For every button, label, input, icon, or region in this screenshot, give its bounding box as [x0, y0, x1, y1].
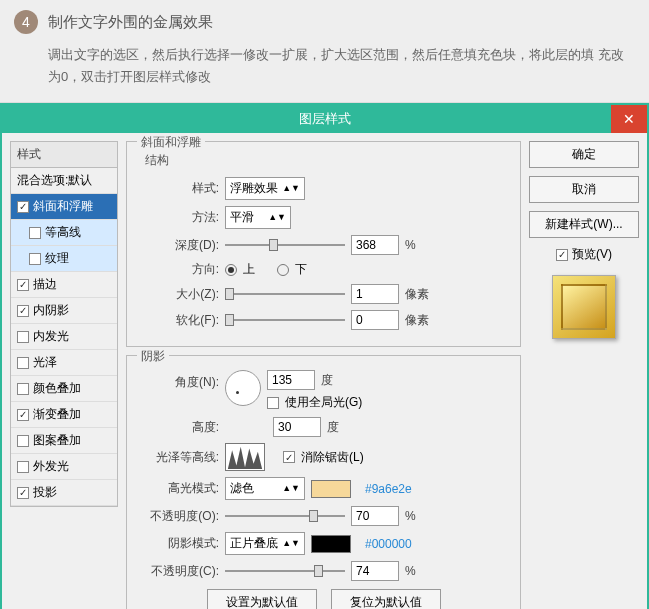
shade-group: 阴影 角度(N): 135 度 使用全局光(G) [126, 355, 521, 609]
shadow-mode-select[interactable]: 正片叠底▲▼ [225, 532, 305, 555]
sidebar-item-gradient-overlay[interactable]: 渐变叠加 [11, 402, 117, 428]
preview-toggle[interactable]: 预览(V) [556, 246, 612, 263]
checkbox-icon[interactable] [17, 331, 29, 343]
sidebar-item-label: 投影 [33, 484, 57, 501]
ok-button[interactable]: 确定 [529, 141, 639, 168]
altitude-input[interactable]: 30 [273, 417, 321, 437]
checkbox-icon[interactable] [17, 383, 29, 395]
depth-slider[interactable] [225, 238, 345, 252]
sidebar-item-label: 图案叠加 [33, 432, 81, 449]
checkbox-icon[interactable] [17, 201, 29, 213]
select-value: 浮雕效果 [230, 180, 278, 197]
contour-icon [227, 445, 263, 469]
highlight-color-swatch[interactable] [311, 480, 351, 498]
unit-percent: % [405, 509, 416, 523]
sidebar-item-label: 颜色叠加 [33, 380, 81, 397]
sidebar-item-inner-shadow[interactable]: 内阴影 [11, 298, 117, 324]
gloss-contour-picker[interactable] [225, 443, 265, 471]
angle-dial[interactable] [225, 370, 261, 406]
sidebar-item-contour[interactable]: 等高线 [11, 220, 117, 246]
checkbox-icon[interactable] [17, 305, 29, 317]
sidebar-header: 样式 [10, 141, 118, 168]
step-badge: 4 [14, 10, 38, 34]
depth-input[interactable]: 368 [351, 235, 399, 255]
soften-input[interactable]: 0 [351, 310, 399, 330]
checkbox-icon[interactable] [29, 227, 41, 239]
step-description: 调出文字的选区，然后执行选择一修改一扩展，扩大选区范围，然后任意填充色块，将此层… [48, 44, 635, 88]
highlight-opacity-input[interactable]: 70 [351, 506, 399, 526]
close-button[interactable]: ✕ [611, 105, 647, 133]
checkbox-icon[interactable] [17, 461, 29, 473]
select-value: 平滑 [230, 209, 254, 226]
size-input[interactable]: 1 [351, 284, 399, 304]
highlight-hex: #9a6e2e [365, 482, 412, 496]
sidebar-item-label: 渐变叠加 [33, 406, 81, 423]
sidebar-item-outer-glow[interactable]: 外发光 [11, 454, 117, 480]
style-sidebar: 样式 混合选项:默认 斜面和浮雕 等高线 纹理 描边 内阴影 内发光 光泽 颜色… [10, 141, 118, 507]
direction-down-radio[interactable] [277, 264, 289, 276]
radio-label: 下 [295, 261, 307, 278]
size-label: 大小(Z): [137, 286, 219, 303]
unit-percent: % [405, 564, 416, 578]
sidebar-blend-options[interactable]: 混合选项:默认 [11, 168, 117, 194]
shadow-opacity-slider[interactable] [225, 564, 345, 578]
angle-input[interactable]: 135 [267, 370, 315, 390]
direction-label: 方向: [137, 261, 219, 278]
checkbox-icon[interactable] [17, 487, 29, 499]
highlight-opacity-slider[interactable] [225, 509, 345, 523]
highlight-mode-select[interactable]: 滤色▲▼ [225, 477, 305, 500]
sidebar-item-inner-glow[interactable]: 内发光 [11, 324, 117, 350]
checkbox-icon[interactable] [17, 279, 29, 291]
sidebar-item-bevel[interactable]: 斜面和浮雕 [11, 194, 117, 220]
global-light-checkbox[interactable] [267, 397, 279, 409]
size-slider[interactable] [225, 287, 345, 301]
select-value: 滤色 [230, 480, 254, 497]
highlight-mode-label: 高光模式: [137, 480, 219, 497]
checkbox-icon[interactable] [17, 435, 29, 447]
shadow-mode-label: 阴影模式: [137, 535, 219, 552]
unit-percent: % [405, 238, 416, 252]
group-legend: 阴影 [137, 348, 169, 365]
sidebar-item-satin[interactable]: 光泽 [11, 350, 117, 376]
titlebar: 图层样式 ✕ [2, 105, 647, 133]
unit-deg: 度 [327, 419, 339, 436]
antialias-checkbox[interactable] [283, 451, 295, 463]
layer-style-dialog: 图层样式 ✕ 样式 混合选项:默认 斜面和浮雕 等高线 纹理 描边 内阴影 内发… [0, 103, 649, 609]
structure-label: 结构 [145, 152, 510, 169]
sidebar-item-pattern-overlay[interactable]: 图案叠加 [11, 428, 117, 454]
checkbox-icon[interactable] [17, 409, 29, 421]
shadow-opacity-label: 不透明度(C): [137, 563, 219, 580]
select-value: 正片叠底 [230, 535, 278, 552]
new-style-button[interactable]: 新建样式(W)... [529, 211, 639, 238]
chevron-updown-icon: ▲▼ [282, 485, 300, 492]
sidebar-item-stroke[interactable]: 描边 [11, 272, 117, 298]
preview-thumbnail [552, 275, 616, 339]
depth-label: 深度(D): [137, 237, 219, 254]
antialias-label: 消除锯齿(L) [301, 449, 364, 466]
unit-px: 像素 [405, 286, 429, 303]
checkbox-icon [556, 249, 568, 261]
sidebar-item-label: 斜面和浮雕 [33, 198, 93, 215]
method-select[interactable]: 平滑▲▼ [225, 206, 291, 229]
style-select[interactable]: 浮雕效果▲▼ [225, 177, 305, 200]
checkbox-icon[interactable] [17, 357, 29, 369]
altitude-label: 高度: [137, 419, 219, 436]
right-panel: 确定 取消 新建样式(W)... 预览(V) [529, 141, 639, 339]
sidebar-item-color-overlay[interactable]: 颜色叠加 [11, 376, 117, 402]
make-default-button[interactable]: 设置为默认值 [207, 589, 317, 609]
cancel-button[interactable]: 取消 [529, 176, 639, 203]
sidebar-item-texture[interactable]: 纹理 [11, 246, 117, 272]
direction-up-radio[interactable] [225, 264, 237, 276]
dialog-title: 图层样式 [299, 110, 351, 128]
shadow-hex: #000000 [365, 537, 412, 551]
soften-slider[interactable] [225, 313, 345, 327]
global-light-label: 使用全局光(G) [285, 394, 362, 411]
shadow-color-swatch[interactable] [311, 535, 351, 553]
shadow-opacity-input[interactable]: 74 [351, 561, 399, 581]
reset-default-button[interactable]: 复位为默认值 [331, 589, 441, 609]
checkbox-icon[interactable] [29, 253, 41, 265]
tutorial-header: 4 制作文字外围的金属效果 调出文字的选区，然后执行选择一修改一扩展，扩大选区范… [0, 0, 649, 103]
style-label: 样式: [137, 180, 219, 197]
sidebar-item-drop-shadow[interactable]: 投影 [11, 480, 117, 506]
settings-panel: 斜面和浮雕 结构 样式: 浮雕效果▲▼ 方法: 平滑▲▼ 深度(D): 368 … [126, 141, 521, 609]
